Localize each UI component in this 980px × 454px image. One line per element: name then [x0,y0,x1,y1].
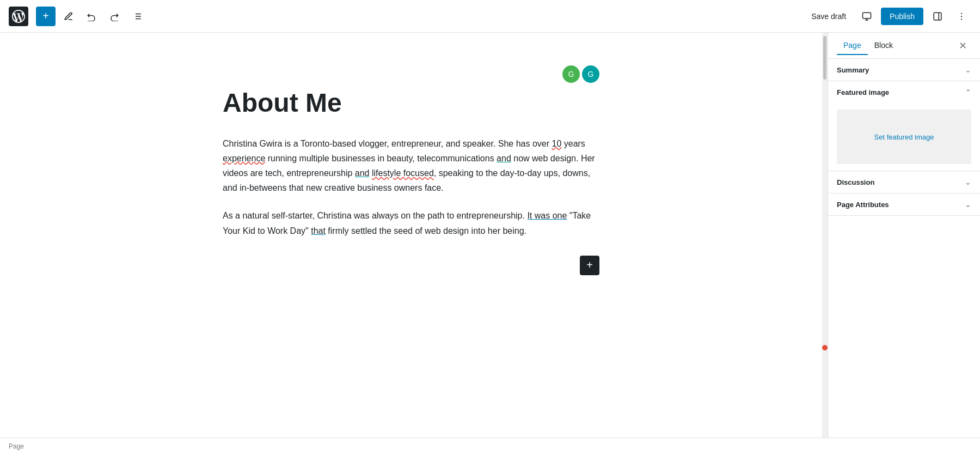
publish-button[interactable]: Publish [881,8,923,25]
editor-scrollbar[interactable] [822,33,828,438]
view-toggle-button[interactable] [857,7,877,26]
floating-toolbar: G G [223,65,599,83]
sidebar-header: Page Block ✕ [828,33,980,59]
view-toggle-icon [862,11,872,21]
tools-button[interactable] [59,7,78,26]
summary-title: Summary [837,66,965,74]
scrollbar-dot [822,345,828,350]
more-options-button[interactable] [952,7,971,26]
discussion-title: Discussion [837,178,965,186]
page-attributes-section-header[interactable]: Page Attributes ⌄ [828,193,980,215]
scrollbar-thumb [823,36,826,80]
svg-point-11 [961,13,962,14]
summary-chevron-icon: ⌄ [965,65,971,74]
list-view-button[interactable] [127,7,147,26]
editor-content: G G About Me Christina Gwira is a Toront… [210,65,612,275]
redo-icon [109,11,119,21]
add-block-inline-button[interactable]: + [580,256,599,275]
list-view-icon [132,11,142,21]
summary-section: Summary ⌄ [828,59,980,81]
tools-icon [64,11,74,21]
redo-button[interactable] [105,7,124,26]
status-bar: Page [0,438,980,454]
sidebar-toggle-icon [933,11,942,21]
undo-icon [87,11,96,21]
post-title[interactable]: About Me [223,87,599,119]
add-block-button[interactable]: + [36,7,56,26]
page-attributes-section: Page Attributes ⌄ [828,193,980,216]
status-bar-label: Page [9,443,24,450]
featured-image-title: Featured image [837,88,965,96]
save-draft-button[interactable]: Save draft [805,9,853,24]
paragraph-1: Christina Gwira is a Toronto-based vlogg… [223,136,599,196]
discussion-section-header[interactable]: Discussion ⌄ [828,171,980,193]
editor-area: G G About Me Christina Gwira is a Toront… [0,33,822,438]
page-attributes-chevron-icon: ⌄ [965,200,971,209]
word-underline-6: It was one [527,211,567,220]
featured-image-chevron-icon: ⌄ [965,88,971,96]
undo-button[interactable] [82,7,101,26]
more-options-icon [957,11,966,21]
paragraph-2: As a natural self-starter, Christina was… [223,208,599,238]
word-underline-2: experience [223,154,265,163]
toolbar: + Save draft [0,0,980,33]
svg-rect-6 [863,13,871,19]
discussion-chevron-icon: ⌄ [965,178,971,186]
word-underline-5: lifestyle focused [372,168,434,178]
toolbar-left: + [9,7,147,26]
close-sidebar-button[interactable]: ✕ [954,37,971,55]
word-underline-1: 10 [552,139,562,148]
sidebar-toggle-button[interactable] [928,7,947,26]
wp-icon [12,10,25,23]
svg-rect-9 [934,13,941,20]
tab-block[interactable]: Block [868,37,899,55]
wordpress-logo [9,7,28,26]
page-attributes-title: Page Attributes [837,201,965,209]
word-underline-4: and [355,168,370,178]
svg-point-12 [961,15,962,16]
summary-section-header[interactable]: Summary ⌄ [828,59,980,81]
set-featured-image-button[interactable]: Set featured image [837,110,971,164]
grammarly-icon-1[interactable]: G [562,65,580,83]
set-featured-image-label: Set featured image [863,111,945,163]
word-underline-7: that [311,226,326,235]
featured-image-section-header[interactable]: Featured image ⌄ [828,81,980,103]
post-body: Christina Gwira is a Toronto-based vlogg… [223,136,599,238]
word-underline-3: and [497,154,511,163]
main-area: G G About Me Christina Gwira is a Toront… [0,33,980,438]
svg-point-13 [961,19,962,20]
sidebar: Page Block ✕ Summary ⌄ Featured image ⌄ … [828,33,980,438]
featured-image-section: Featured image ⌄ Set featured image [828,81,980,171]
tab-page[interactable]: Page [837,37,868,55]
toolbar-right: Save draft Publish [805,7,971,26]
grammarly-icon-2[interactable]: G [582,65,599,83]
discussion-section: Discussion ⌄ [828,171,980,193]
